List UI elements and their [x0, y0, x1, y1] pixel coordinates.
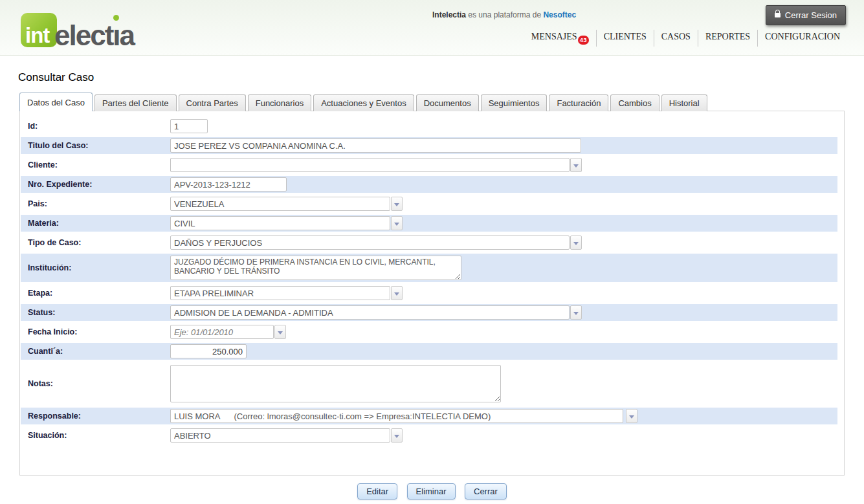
- notas-textarea[interactable]: [170, 365, 501, 402]
- responsable-label: Responsable:: [21, 411, 170, 421]
- cliente-dropdown-button[interactable]: [570, 158, 582, 172]
- field-row-cliente: Cliente:: [21, 157, 837, 173]
- tab-partes-del-cliente[interactable]: Partes del Cliente: [94, 94, 177, 111]
- responsable-dropdown-button[interactable]: [626, 409, 637, 423]
- field-row-titulo: Titulo del Caso:: [21, 137, 837, 154]
- tipo-caso-label: Tipo de Caso:: [21, 238, 170, 247]
- tab-contra-partes[interactable]: Contra Partes: [179, 94, 246, 111]
- notas-label: Notas:: [21, 379, 170, 388]
- status-combo-input[interactable]: [170, 305, 570, 320]
- main-nav: MENSAJES43 CLIENTES CASOS REPORTES CONFI…: [524, 30, 847, 47]
- fecha-inicio-input[interactable]: [170, 325, 274, 339]
- field-row-responsable: Responsable:: [21, 408, 837, 424]
- responsable-combo-input[interactable]: [170, 409, 623, 423]
- tab-historial[interactable]: Historial: [661, 94, 707, 111]
- titulo-label: Titulo del Caso:: [21, 141, 170, 150]
- messages-count-badge: 43: [578, 36, 589, 45]
- tipo-caso-combo-input[interactable]: [170, 236, 570, 250]
- materia-dropdown-button[interactable]: [391, 216, 403, 230]
- expediente-input[interactable]: [170, 177, 287, 192]
- tab-documentos[interactable]: Documentos: [416, 94, 479, 111]
- situacion-dropdown-button[interactable]: [391, 428, 403, 443]
- field-row-materia: Materia:: [21, 215, 837, 232]
- cliente-label: Cliente:: [21, 160, 170, 170]
- tab-datos-del-caso[interactable]: Datos del Caso: [19, 93, 93, 111]
- field-row-tipo-caso: Tipo de Caso:: [21, 234, 837, 251]
- etapa-combo-input[interactable]: [170, 286, 390, 300]
- status-dropdown-button[interactable]: [570, 305, 582, 320]
- tab-cambios[interactable]: Cambios: [610, 94, 659, 111]
- cliente-combo-input[interactable]: [170, 158, 570, 172]
- institucion-label: Institución:: [21, 263, 170, 272]
- etapa-dropdown-button[interactable]: [391, 286, 403, 300]
- id-input[interactable]: [170, 119, 208, 133]
- logo-wordmark: electıa: [54, 24, 134, 47]
- field-row-id: Id:: [21, 118, 837, 135]
- tab-actuaciones-y-eventos[interactable]: Actuaciones y Eventos: [313, 94, 414, 111]
- expediente-label: Nro. Expediente:: [21, 180, 170, 189]
- field-row-status: Status:: [21, 304, 837, 321]
- materia-combo-input[interactable]: [170, 216, 390, 230]
- tagline-brand: Intelectia: [432, 10, 466, 19]
- situacion-combo-input[interactable]: [170, 428, 390, 443]
- nav-item-casos[interactable]: CASOS: [654, 30, 698, 47]
- nav-item-mensajes[interactable]: MENSAJES43: [524, 30, 596, 47]
- cuantia-input[interactable]: [170, 344, 247, 358]
- tipo-caso-dropdown-button[interactable]: [570, 236, 582, 250]
- field-row-institucion: Institución:: [21, 254, 837, 282]
- field-row-cuantia: Cuanti´a:: [21, 343, 837, 360]
- eliminar-button[interactable]: Eliminar: [407, 483, 456, 499]
- lock-icon: [775, 13, 781, 17]
- nav-item-reportes[interactable]: REPORTES: [698, 30, 757, 47]
- logout-button[interactable]: Cerrar Sesion: [766, 5, 846, 25]
- fecha-inicio-dropdown-button[interactable]: [274, 325, 286, 339]
- field-row-expediente: Nro. Expediente:: [21, 176, 837, 193]
- case-tabs: Datos del Caso Partes del Cliente Contra…: [19, 93, 845, 111]
- field-row-fecha-inicio: Fecha Inicio:: [21, 323, 837, 340]
- titulo-input[interactable]: [170, 138, 581, 153]
- platform-tagline: Intelectia es una plataforma de Nesoftec: [432, 10, 576, 19]
- tab-facturacion[interactable]: Facturación: [549, 94, 608, 111]
- intelectia-logo[interactable]: int electıa: [21, 13, 134, 47]
- cerrar-button[interactable]: Cerrar: [465, 483, 507, 499]
- app-header: int electıa Intelectia es una plataforma…: [0, 0, 864, 56]
- field-row-situacion: Situación:: [21, 427, 837, 444]
- editar-button[interactable]: Editar: [357, 483, 397, 499]
- action-bar: Editar Eliminar Cerrar: [0, 483, 864, 499]
- tab-funcionarios[interactable]: Funcionarios: [248, 94, 311, 111]
- pais-combo-input[interactable]: [170, 197, 390, 211]
- nav-item-configuracion[interactable]: CONFIGURACION: [757, 30, 847, 47]
- page-title: Consultar Caso: [18, 71, 864, 84]
- materia-label: Materia:: [21, 219, 170, 228]
- field-row-etapa: Etapa:: [21, 285, 837, 301]
- field-row-notas: Notas:: [21, 362, 837, 405]
- nesoftec-link[interactable]: Nesoftec: [543, 10, 576, 19]
- case-form: Id: Titulo del Caso: Cliente: Nro. Exped…: [19, 111, 845, 476]
- fecha-inicio-label: Fecha Inicio:: [21, 327, 170, 336]
- pais-dropdown-button[interactable]: [391, 197, 403, 211]
- field-row-pais: Pais:: [21, 195, 837, 212]
- etapa-label: Etapa:: [21, 289, 170, 298]
- status-label: Status:: [21, 308, 170, 317]
- cuantia-label: Cuanti´a:: [21, 347, 170, 356]
- institucion-textarea[interactable]: [170, 256, 461, 280]
- tab-seguimientos[interactable]: Seguimientos: [481, 94, 548, 111]
- id-label: Id:: [21, 122, 170, 131]
- pais-label: Pais:: [21, 199, 170, 208]
- nav-item-clientes[interactable]: CLIENTES: [596, 30, 654, 47]
- logo-green-box: int: [21, 13, 57, 47]
- situacion-label: Situación:: [21, 431, 170, 440]
